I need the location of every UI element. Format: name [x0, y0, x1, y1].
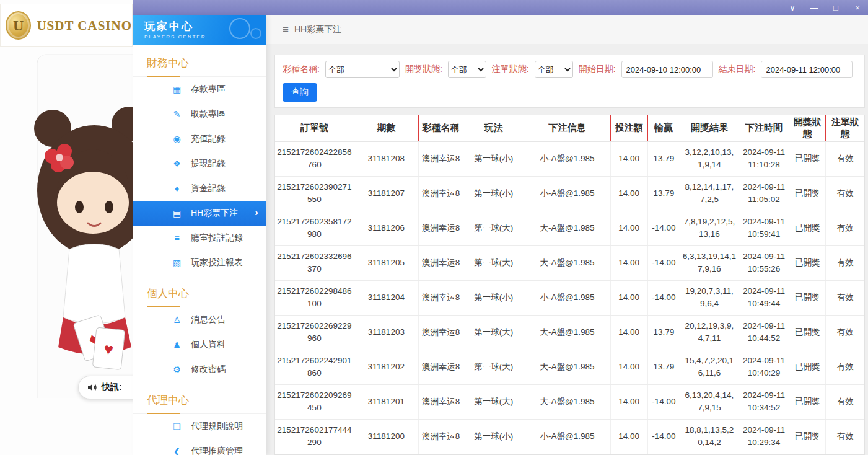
sidebar-item-player-bet-report[interactable]: ▧ 玩家投注報表	[133, 250, 266, 275]
cell-result: 20,12,19,3,9,4,7,11	[680, 315, 739, 350]
cell-amount: 14.00	[610, 315, 647, 350]
sidebar-item-withdraw[interactable]: ✎ 取款專區	[133, 102, 266, 126]
cell-amount: 14.00	[610, 419, 647, 454]
sidebar-item-label: 充值記錄	[191, 133, 226, 144]
cell-draw-status: 已開獎	[789, 315, 826, 350]
end-date-input[interactable]	[761, 61, 853, 78]
cell-order-status: 有效	[826, 245, 864, 280]
sidebar-section-agent: 代理中心	[133, 388, 266, 414]
cell-result: 7,8,19,2,12,5,13,16	[680, 211, 739, 245]
cell-order-id: 2152172602422856760	[275, 141, 354, 176]
cell-win-loss: 13.79	[647, 176, 680, 211]
brand-panel: U USDT CASINO ♦	[0, 0, 133, 455]
col-header-result: 開獎結果	[680, 115, 739, 141]
filter-panel: 彩種名稱: 全部 開獎狀態: 全部 注單狀態: 全部 開始日期: 結束日期: 查…	[274, 55, 865, 108]
cell-play: 第一球(小)	[463, 141, 524, 176]
sidebar-item-withdrawal-records[interactable]: ❖ 提現記錄	[133, 151, 266, 176]
sidebar-item-deposit[interactable]: ▦ 存款專區	[133, 77, 266, 102]
hamburger-menu-icon[interactable]: ≡	[283, 24, 289, 36]
sidebar-item-hh-lottery-bets[interactable]: ▤ HH彩票下注 ›	[133, 201, 266, 226]
sidebar-item-announcements[interactable]: ♙ 消息公告	[133, 307, 266, 332]
cell-draw-status: 已開獎	[789, 384, 826, 419]
chevron-down-icon[interactable]: ∨	[788, 0, 797, 15]
cell-play: 第一球(小)	[463, 176, 524, 211]
cell-play: 第一球(大)	[463, 211, 524, 245]
cell-win-loss: 13.79	[647, 315, 680, 350]
ticker-label: 快訊:	[102, 382, 122, 393]
cell-win-loss: -14.00	[647, 419, 680, 454]
col-header-bet-time: 下注時間	[739, 115, 789, 141]
minimize-icon[interactable]: —	[810, 0, 818, 15]
sidebar-item-label: 存款專區	[191, 84, 226, 95]
cell-order-id: 2152172602209269450	[275, 384, 354, 419]
lottery-name-select[interactable]: 全部	[325, 61, 400, 78]
cell-draw-status: 已開獎	[789, 280, 826, 315]
tag-icon: ❖	[172, 159, 182, 169]
cell-order-status: 有效	[826, 384, 864, 419]
table-row: 2152172602332696370 31181205 澳洲幸运8 第一球(大…	[275, 245, 864, 280]
cell-draw-status: 已開獎	[789, 245, 826, 280]
bets-table: 訂單號 期數 彩種名稱 玩法 下注信息 投注額 輸贏 開獎結果 下注時間 開獎狀…	[275, 115, 864, 454]
cell-play: 第一球(大)	[463, 350, 524, 384]
cell-draw-status: 已開獎	[789, 141, 826, 176]
cell-result: 6,3,13,19,14,17,9,16	[680, 245, 739, 280]
cell-period: 31181201	[354, 384, 418, 419]
sidebar-item-label: 資金記錄	[191, 183, 226, 194]
cell-period: 31181202	[354, 350, 418, 384]
table-header-row: 訂單號 期數 彩種名稱 玩法 下注信息 投注額 輸贏 開獎結果 下注時間 開獎狀…	[275, 115, 864, 141]
col-header-bet-info: 下注信息	[524, 115, 610, 141]
withdraw-pen-icon: ✎	[172, 109, 182, 119]
cell-bet-info: 大-A盤@1.985	[524, 211, 610, 245]
mascot-image: ♦ ♥	[0, 51, 133, 398]
lottery-ticket-icon: ▤	[172, 208, 182, 218]
sidebar-item-agent-rules[interactable]: ❏ 代理規則說明	[133, 414, 266, 439]
cell-draw-status: 已開獎	[789, 419, 826, 454]
list-icon: ≡	[172, 233, 182, 243]
col-header-period: 期數	[354, 115, 418, 141]
cell-amount: 14.00	[610, 141, 647, 176]
col-header-play: 玩法	[463, 115, 524, 141]
cell-result: 6,13,20,4,14,7,9,15	[680, 384, 739, 419]
cell-draw-status: 已開獎	[789, 350, 826, 384]
brand-name: USDT CASINO	[37, 18, 132, 33]
sidebar-header: 玩家中心 PLAYERS CENTER	[133, 15, 266, 45]
cell-lottery: 澳洲幸运8	[418, 419, 463, 454]
sidebar-item-change-password[interactable]: ⚙ 修改密碼	[133, 357, 266, 382]
cell-win-loss: 13.79	[647, 141, 680, 176]
page-header: ≡ HH彩票下注	[266, 15, 868, 44]
sidebar-section-finance: 財務中心	[133, 51, 266, 77]
sidebar-item-agent-promotion[interactable]: ❮ 代理推廣管理	[133, 439, 266, 455]
sidebar-item-profile[interactable]: ♟ 個人資料	[133, 332, 266, 357]
cell-order-id: 2152172602177444290	[275, 419, 354, 454]
cell-play: 第一球(小)	[463, 280, 524, 315]
cell-amount: 14.00	[610, 350, 647, 384]
table-row: 2152172602298486100 31181204 澳洲幸运8 第一球(小…	[275, 280, 864, 315]
sidebar-item-label: 玩家投注報表	[191, 257, 243, 268]
sidebar-item-fund-records[interactable]: ♦ 資金記錄	[133, 176, 266, 201]
close-icon[interactable]: ×	[853, 0, 862, 15]
cell-lottery: 澳洲幸运8	[418, 245, 463, 280]
sidebar-item-recharge-records[interactable]: ◉ 充值記錄	[133, 126, 266, 151]
cell-order-id: 2152172602269229960	[275, 315, 354, 350]
cell-bet-info: 小-A盤@1.985	[524, 419, 610, 454]
query-button[interactable]: 查詢	[283, 83, 317, 102]
start-date-input[interactable]	[621, 61, 713, 78]
bell-icon: ♙	[172, 315, 182, 325]
order-status-select[interactable]: 全部	[535, 61, 573, 78]
cell-amount: 14.00	[610, 211, 647, 245]
cell-order-status: 有效	[826, 350, 864, 384]
sidebar-item-room-bet-records[interactable]: ≡ 廳室投註記錄	[133, 226, 266, 250]
cell-order-status: 有效	[826, 141, 864, 176]
cell-bet-info: 大-A盤@1.985	[524, 315, 610, 350]
cell-order-status: 有效	[826, 211, 864, 245]
cell-win-loss: -14.00	[647, 245, 680, 280]
main-content: ≡ HH彩票下注 彩種名稱: 全部 開獎狀態: 全部 注單狀態: 全部 開始日期…	[266, 15, 868, 455]
window-title-bar: ∨ — □ ×	[133, 0, 868, 15]
maximize-icon[interactable]: □	[831, 0, 840, 15]
cell-lottery: 澳洲幸运8	[418, 211, 463, 245]
cell-amount: 14.00	[610, 176, 647, 211]
draw-status-select[interactable]: 全部	[448, 61, 486, 78]
share-icon: ❮	[172, 446, 182, 455]
col-header-amount: 投注額	[610, 115, 647, 141]
cell-order-id: 2152172602242901860	[275, 350, 354, 384]
